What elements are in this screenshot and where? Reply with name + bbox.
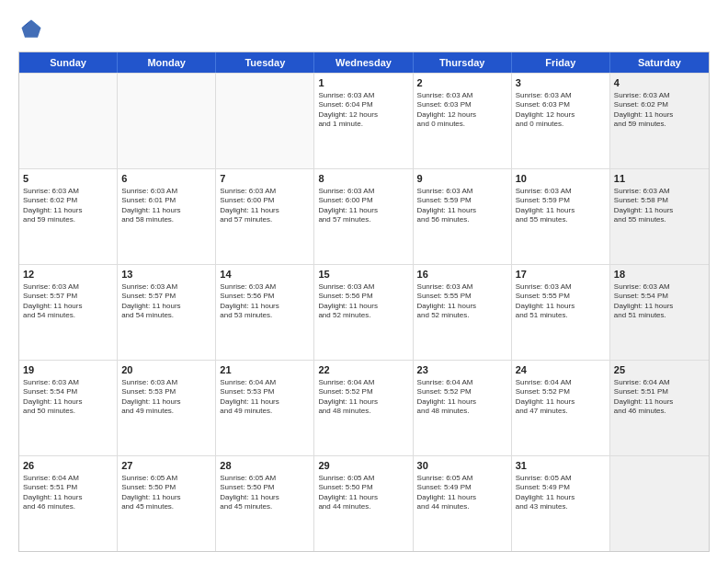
calendar-day-9: 9Sunrise: 6:03 AM Sunset: 5:59 PM Daylig… <box>414 169 512 264</box>
day-number: 11 <box>614 172 705 186</box>
day-number: 12 <box>23 268 113 282</box>
day-number: 6 <box>121 172 211 186</box>
calendar-day-28: 28Sunrise: 6:05 AM Sunset: 5:50 PM Dayli… <box>216 456 314 551</box>
day-number: 24 <box>516 363 606 377</box>
calendar-day-22: 22Sunrise: 6:04 AM Sunset: 5:52 PM Dayli… <box>314 361 413 455</box>
cell-info: Sunrise: 6:03 AM Sunset: 6:00 PM Dayligh… <box>318 187 408 225</box>
header-day-saturday: Saturday <box>610 52 709 73</box>
day-number: 14 <box>220 268 310 282</box>
day-number: 7 <box>220 172 310 186</box>
day-number: 10 <box>516 172 606 186</box>
cell-info: Sunrise: 6:05 AM Sunset: 5:50 PM Dayligh… <box>121 474 211 512</box>
calendar-day-23: 23Sunrise: 6:04 AM Sunset: 5:52 PM Dayli… <box>414 361 512 455</box>
calendar-day-21: 21Sunrise: 6:04 AM Sunset: 5:53 PM Dayli… <box>216 361 314 455</box>
cell-info: Sunrise: 6:03 AM Sunset: 5:57 PM Dayligh… <box>23 282 113 321</box>
cell-info: Sunrise: 6:03 AM Sunset: 6:03 PM Dayligh… <box>417 91 507 130</box>
cell-info: Sunrise: 6:05 AM Sunset: 5:50 PM Dayligh… <box>220 474 310 512</box>
cell-info: Sunrise: 6:04 AM Sunset: 5:52 PM Dayligh… <box>417 378 507 417</box>
cell-info: Sunrise: 6:04 AM Sunset: 5:51 PM Dayligh… <box>23 474 113 512</box>
cell-info: Sunrise: 6:03 AM Sunset: 5:55 PM Dayligh… <box>417 282 507 321</box>
day-number: 25 <box>614 363 705 377</box>
day-number: 23 <box>417 363 507 377</box>
day-number: 5 <box>23 172 113 186</box>
calendar-day-27: 27Sunrise: 6:05 AM Sunset: 5:50 PM Dayli… <box>118 456 216 551</box>
cell-info: Sunrise: 6:03 AM Sunset: 5:58 PM Dayligh… <box>614 187 705 225</box>
day-number: 20 <box>121 363 211 377</box>
day-number: 16 <box>417 268 507 282</box>
calendar-day-25: 25Sunrise: 6:04 AM Sunset: 5:51 PM Dayli… <box>610 361 709 455</box>
svg-marker-0 <box>22 20 41 38</box>
cell-info: Sunrise: 6:03 AM Sunset: 5:54 PM Dayligh… <box>23 378 113 417</box>
header-day-wednesday: Wednesday <box>314 52 413 73</box>
calendar-cell-empty <box>19 74 118 168</box>
cell-info: Sunrise: 6:03 AM Sunset: 5:53 PM Dayligh… <box>121 378 211 417</box>
calendar-day-31: 31Sunrise: 6:05 AM Sunset: 5:49 PM Dayli… <box>512 456 610 551</box>
day-number: 15 <box>318 268 408 282</box>
calendar-row-3: 19Sunrise: 6:03 AM Sunset: 5:54 PM Dayli… <box>19 360 709 455</box>
calendar-cell-empty <box>610 456 709 551</box>
day-number: 18 <box>614 268 705 282</box>
cell-info: Sunrise: 6:05 AM Sunset: 5:49 PM Dayligh… <box>516 474 606 512</box>
calendar-day-2: 2Sunrise: 6:03 AM Sunset: 6:03 PM Daylig… <box>414 74 512 168</box>
day-number: 19 <box>23 363 113 377</box>
calendar-day-20: 20Sunrise: 6:03 AM Sunset: 5:53 PM Dayli… <box>118 361 216 455</box>
day-number: 27 <box>121 459 211 473</box>
cell-info: Sunrise: 6:03 AM Sunset: 5:56 PM Dayligh… <box>318 282 408 321</box>
calendar-day-18: 18Sunrise: 6:03 AM Sunset: 5:54 PM Dayli… <box>610 265 709 360</box>
day-number: 26 <box>23 459 113 473</box>
day-number: 31 <box>516 459 606 473</box>
calendar-day-1: 1Sunrise: 6:03 AM Sunset: 6:04 PM Daylig… <box>314 74 413 168</box>
logo-icon <box>18 17 44 42</box>
calendar-day-11: 11Sunrise: 6:03 AM Sunset: 5:58 PM Dayli… <box>610 169 709 264</box>
header-day-monday: Monday <box>118 52 216 73</box>
calendar-row-1: 5Sunrise: 6:03 AM Sunset: 6:02 PM Daylig… <box>19 168 709 264</box>
day-number: 2 <box>417 76 507 90</box>
cell-info: Sunrise: 6:03 AM Sunset: 5:57 PM Dayligh… <box>121 282 211 321</box>
calendar-day-29: 29Sunrise: 6:05 AM Sunset: 5:50 PM Dayli… <box>314 456 413 551</box>
calendar-day-14: 14Sunrise: 6:03 AM Sunset: 5:56 PM Dayli… <box>216 265 314 360</box>
calendar-row-4: 26Sunrise: 6:04 AM Sunset: 5:51 PM Dayli… <box>19 455 709 551</box>
calendar-day-6: 6Sunrise: 6:03 AM Sunset: 6:01 PM Daylig… <box>118 169 216 264</box>
day-number: 3 <box>516 76 606 90</box>
cell-info: Sunrise: 6:03 AM Sunset: 5:59 PM Dayligh… <box>417 187 507 225</box>
day-number: 1 <box>318 76 408 90</box>
calendar-day-12: 12Sunrise: 6:03 AM Sunset: 5:57 PM Dayli… <box>19 265 118 360</box>
header-day-tuesday: Tuesday <box>216 52 314 73</box>
cell-info: Sunrise: 6:03 AM Sunset: 6:03 PM Dayligh… <box>516 91 606 130</box>
cell-info: Sunrise: 6:03 AM Sunset: 5:54 PM Dayligh… <box>614 282 705 321</box>
cell-info: Sunrise: 6:04 AM Sunset: 5:52 PM Dayligh… <box>516 378 606 417</box>
calendar-cell-empty <box>216 74 314 168</box>
calendar-day-4: 4Sunrise: 6:03 AM Sunset: 6:02 PM Daylig… <box>610 74 709 168</box>
calendar-day-30: 30Sunrise: 6:05 AM Sunset: 5:49 PM Dayli… <box>414 456 512 551</box>
header <box>18 17 710 42</box>
day-number: 8 <box>318 172 408 186</box>
cell-info: Sunrise: 6:03 AM Sunset: 5:56 PM Dayligh… <box>220 282 310 321</box>
cell-info: Sunrise: 6:03 AM Sunset: 6:01 PM Dayligh… <box>121 187 211 225</box>
calendar-day-3: 3Sunrise: 6:03 AM Sunset: 6:03 PM Daylig… <box>512 74 610 168</box>
calendar-header-row: SundayMondayTuesdayWednesdayThursdayFrid… <box>19 52 709 73</box>
calendar: SundayMondayTuesdayWednesdayThursdayFrid… <box>18 52 710 552</box>
cell-info: Sunrise: 6:05 AM Sunset: 5:50 PM Dayligh… <box>318 474 408 512</box>
day-number: 21 <box>220 363 310 377</box>
calendar-row-0: 1Sunrise: 6:03 AM Sunset: 6:04 PM Daylig… <box>19 73 709 168</box>
calendar-cell-empty <box>118 74 216 168</box>
day-number: 9 <box>417 172 507 186</box>
calendar-day-17: 17Sunrise: 6:03 AM Sunset: 5:55 PM Dayli… <box>512 265 610 360</box>
day-number: 22 <box>318 363 408 377</box>
cell-info: Sunrise: 6:03 AM Sunset: 6:02 PM Dayligh… <box>23 187 113 225</box>
cell-info: Sunrise: 6:05 AM Sunset: 5:49 PM Dayligh… <box>417 474 507 512</box>
calendar-day-10: 10Sunrise: 6:03 AM Sunset: 5:59 PM Dayli… <box>512 169 610 264</box>
calendar-row-2: 12Sunrise: 6:03 AM Sunset: 5:57 PM Dayli… <box>19 264 709 360</box>
page: SundayMondayTuesdayWednesdayThursdayFrid… <box>0 0 728 563</box>
calendar-day-15: 15Sunrise: 6:03 AM Sunset: 5:56 PM Dayli… <box>314 265 413 360</box>
calendar-day-5: 5Sunrise: 6:03 AM Sunset: 6:02 PM Daylig… <box>19 169 118 264</box>
day-number: 29 <box>318 459 408 473</box>
cell-info: Sunrise: 6:04 AM Sunset: 5:51 PM Dayligh… <box>614 378 705 417</box>
cell-info: Sunrise: 6:03 AM Sunset: 6:02 PM Dayligh… <box>614 91 705 130</box>
cell-info: Sunrise: 6:04 AM Sunset: 5:53 PM Dayligh… <box>220 378 310 417</box>
calendar-day-7: 7Sunrise: 6:03 AM Sunset: 6:00 PM Daylig… <box>216 169 314 264</box>
day-number: 28 <box>220 459 310 473</box>
header-day-thursday: Thursday <box>414 52 512 73</box>
cell-info: Sunrise: 6:03 AM Sunset: 6:00 PM Dayligh… <box>220 187 310 225</box>
day-number: 17 <box>516 268 606 282</box>
